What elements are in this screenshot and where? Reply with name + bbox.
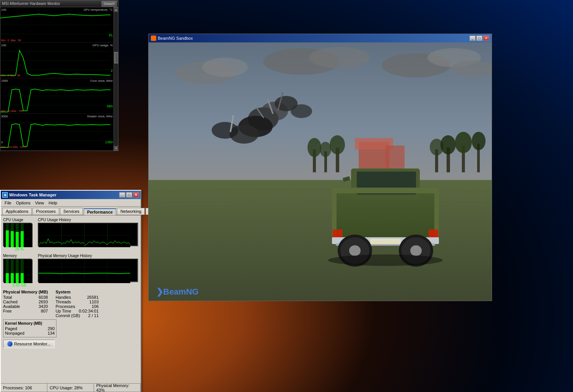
- beamng-minimize-btn[interactable]: _: [469, 36, 476, 41]
- svg-rect-60: [149, 180, 492, 301]
- core-clock-min-max: Min : 51 Max : 709: [1, 110, 23, 112]
- svg-rect-45: [21, 273, 24, 283]
- memory-row: Memory: [3, 254, 138, 287]
- menu-help[interactable]: Help: [46, 200, 60, 206]
- cpu-usage-box: CPU Usage: [3, 218, 36, 251]
- beamng-window: BeamNG Sandbox _ □ ✕: [148, 34, 492, 301]
- gpu-usage-min: Min : 0 Max : 99: [1, 74, 20, 77]
- memory-svg: [4, 259, 32, 283]
- tab-processes[interactable]: Processes: [32, 208, 59, 215]
- memory-history-box: Physical Memory Usage History: [38, 254, 138, 287]
- svg-rect-92: [332, 188, 439, 193]
- gpu-usage-footer: Min : 0 Max : 99: [1, 73, 20, 77]
- cpu-usage-label: CPU Usage: [3, 218, 36, 222]
- pm-total-label: Total: [3, 295, 12, 300]
- sys-threads-label: Threads: [55, 300, 71, 304]
- beamng-close-btn[interactable]: ✕: [483, 36, 489, 41]
- svg-rect-97: [333, 230, 342, 237]
- taskman-statusbar: Processes: 106 CPU Usage: 28% Physical M…: [1, 383, 141, 392]
- cpu-history-monitor: [38, 223, 138, 246]
- cpu-usage-monitor: [3, 223, 32, 246]
- kernel-memory-section: Kernel Memory (MB): [5, 321, 55, 326]
- taskman-tabs: Applications Processes Services Performa…: [1, 207, 141, 215]
- pm-cached-row: Cached 2693: [3, 300, 48, 304]
- shader-clock-current: 1360: [105, 140, 113, 144]
- gpu-temp-max-val: 100: [1, 8, 6, 11]
- beamng-titlebar: BeamNG Sandbox _ □ ✕: [149, 34, 492, 42]
- pm-free-label: Free: [3, 309, 12, 313]
- task-manager-window: ⊞ Windows Task Manager _ □ ✕ File Option…: [0, 190, 141, 392]
- taskman-icon: ⊞: [2, 192, 8, 198]
- gpu-temp-label: GPU temperature, °C: [84, 8, 113, 11]
- resource-monitor-button[interactable]: Resource Monitor...: [3, 340, 55, 348]
- svg-rect-24: [21, 231, 24, 247]
- menu-view[interactable]: View: [33, 200, 47, 206]
- scroll-up-btn[interactable]: ▲: [114, 7, 118, 12]
- sys-commit-value: 2 / 11: [88, 313, 99, 318]
- pm-cached-value: 2693: [39, 300, 48, 304]
- cpu-row: CPU Usage: [3, 218, 138, 251]
- core-clock-max-val: 1500: [1, 79, 8, 83]
- memory-box: Memory: [3, 254, 36, 287]
- svg-point-76: [308, 138, 321, 157]
- close-button[interactable]: ✕: [133, 192, 139, 198]
- sys-threads-row: Threads 1103: [55, 300, 99, 304]
- gpu-usage-current: 2: [111, 69, 113, 73]
- pm-available-label: Available: [3, 304, 20, 309]
- stats-area: Physical Memory (MB) Total 6038 Cached 2…: [3, 290, 138, 318]
- core-clock-label: Core clock, MHz: [90, 79, 113, 83]
- msi-afterburner-window: MSI Afterburner Hardware Monitor Detach …: [0, 0, 118, 151]
- tab-networking[interactable]: Networking: [117, 208, 145, 215]
- shader-clock-max-val: 3000: [1, 115, 8, 118]
- sys-processes-value: 106: [92, 304, 99, 309]
- tab-performance[interactable]: Performance: [84, 208, 116, 215]
- sys-handles-label: Handles: [55, 295, 71, 300]
- resource-monitor-area: Resource Monitor...: [3, 340, 138, 348]
- shader-clock-chart: 3000 Shader clock, MHz 1360 Min : 101 Ma…: [0, 114, 113, 149]
- beamng-icon: [151, 36, 156, 41]
- gpu-temp-chart: 100 GPU temperature, °C 81 Min : 0 Max :…: [0, 7, 113, 43]
- memory-monitor: [3, 259, 32, 282]
- scroll-thumb[interactable]: [114, 52, 118, 63]
- maximize-button[interactable]: □: [126, 192, 132, 198]
- svg-rect-98: [429, 230, 438, 237]
- svg-point-70: [291, 104, 312, 118]
- sys-uptime-value: 0:02:34:01: [79, 309, 99, 313]
- game-scene-svg: ❯BeamNG: [149, 42, 492, 301]
- physical-memory-stats: Physical Memory (MB) Total 6038 Cached 2…: [3, 290, 48, 318]
- tab-services[interactable]: Services: [60, 208, 83, 215]
- msi-scrollbar[interactable]: ▲ ▼: [113, 7, 118, 151]
- msi-charts-container: 100 GPU temperature, °C 81 Min : 0 Max :…: [0, 7, 113, 151]
- memory-label: Memory: [3, 254, 36, 258]
- beamng-maximize-btn[interactable]: □: [476, 36, 482, 41]
- cpu-history-box: CPU Usage History: [38, 218, 138, 251]
- svg-point-78: [320, 142, 331, 157]
- scroll-down-btn[interactable]: ▼: [114, 146, 118, 151]
- menu-options[interactable]: Options: [14, 200, 33, 206]
- pm-cached-label: Cached: [3, 300, 18, 304]
- beamng-win-buttons: _ □ ✕: [469, 36, 489, 41]
- km-paged-row: Paged 290: [5, 326, 55, 331]
- svg-point-105: [410, 245, 422, 256]
- shader-clock-label: Shader clock, MHz: [87, 115, 113, 118]
- core-clock-footer: Min : 51 Max : 709: [1, 108, 23, 113]
- svg-point-84: [440, 135, 456, 154]
- taskman-win-buttons: _ □ ✕: [119, 192, 139, 198]
- svg-point-54: [202, 58, 248, 77]
- km-paged-label: Paged: [5, 326, 17, 331]
- memory-value: 2.55 GB: [3, 283, 36, 287]
- pm-available-row: Available 3420: [3, 304, 48, 309]
- menu-file[interactable]: File: [2, 200, 14, 206]
- gpu-temp-svg: [0, 7, 110, 43]
- gpu-temp-current: 81: [109, 33, 113, 37]
- shader-clock-min-max: Min : 101 Max : 1476: [1, 146, 26, 148]
- svg-rect-18: [6, 230, 9, 247]
- minimize-button[interactable]: _: [119, 192, 125, 198]
- memory-history-monitor: [38, 259, 138, 282]
- tab-applications[interactable]: Applications: [2, 208, 32, 215]
- pm-free-row: Free 807: [3, 309, 48, 313]
- beamng-game-content: ❯BeamNG: [149, 42, 492, 301]
- msi-detach-button[interactable]: Detach: [102, 1, 117, 6]
- physical-memory-section: Physical Memory (MB): [3, 290, 48, 294]
- status-processes: Processes: 106: [1, 384, 47, 392]
